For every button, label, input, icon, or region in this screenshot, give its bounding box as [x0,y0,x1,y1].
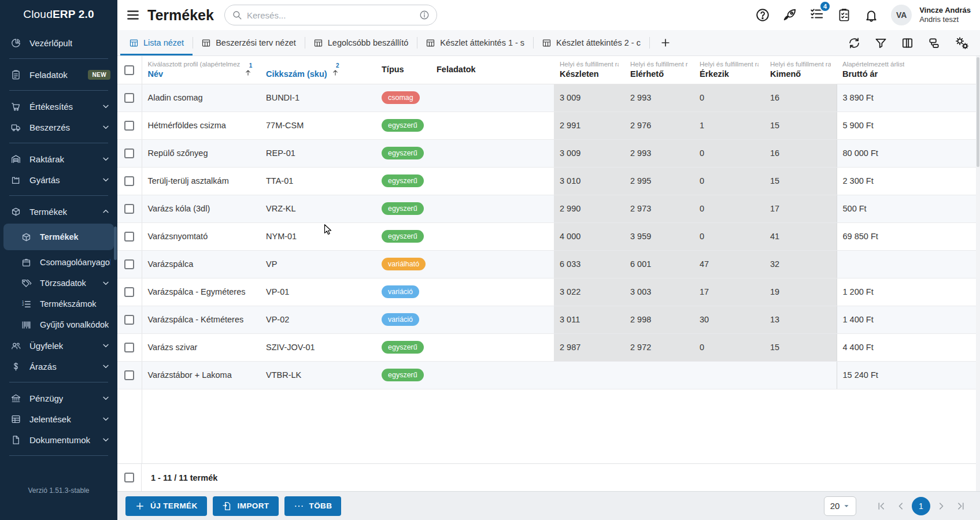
product-name-cell[interactable]: Varázspálca - Kétméteres [142,306,260,333]
vertical-scrollbar[interactable] [976,56,980,491]
table-row[interactable]: Varázspálca - KétméteresVP-02variáció3 0… [117,306,976,333]
sidebar-item-ugyfelek[interactable]: Ügyfelek [0,335,117,356]
column-header-keszleten[interactable]: Helyi és fulfillment ralKészleten [554,56,624,84]
table-row[interactable]: Varázspálca - EgyméteresVP-01variáció3 0… [117,278,976,306]
table-row[interactable]: Repülő szőnyegREP-01egyszerű3 0092 99301… [117,139,976,167]
task-list-button[interactable]: 4 [809,6,824,24]
tab-keszlet-attekintes-2[interactable]: Készlet áttekintés 2 - c [533,30,649,55]
notifications-bell-icon[interactable] [864,8,879,23]
table-row[interactable]: Varázs szivarSZIV-JOV-01egyszerű2 9872 9… [117,333,976,361]
table-row[interactable]: Terülj-terülj asztalkámTTA-01egyszerű3 0… [117,167,976,195]
column-header-elerheto[interactable]: Helyi és fulfillment ralElérhető [624,56,694,84]
select-all-checkbox[interactable] [124,473,134,482]
row-checkbox[interactable] [124,148,134,158]
tab-lista-nezet[interactable]: Lista nézet [120,30,193,55]
column-header-feladatok[interactable]: Feladatok [431,56,554,84]
row-checkbox[interactable] [124,259,134,269]
table-row[interactable]: Hétmérföldes csizma77M-CSMegyszerű2 9912… [117,112,976,139]
group-layout-icon[interactable] [927,36,941,50]
page-size-select[interactable]: 20 [824,496,856,516]
caret-down-icon [843,503,850,510]
sidebar-item-gyujto-vonalkodok[interactable]: Gyűjtő vonalkódok [0,314,117,335]
sidebar-item-vezerlopult[interactable]: Vezérlőpult [0,32,117,53]
select-all-checkbox[interactable] [124,65,134,75]
sidebar-item-csomagoloanyagok[interactable]: Csomagolóanyagok [0,252,117,273]
product-name-cell[interactable]: Varázspálca - Egyméteres [142,278,260,306]
rocket-icon[interactable] [782,8,797,23]
product-name-cell[interactable]: Varázs szivar [142,333,260,361]
column-header-tipus[interactable]: Típus [376,56,431,84]
column-header-nev[interactable]: Kiválasztott profil (alapértelmezNév1 [142,56,260,84]
sidebar-item-feladatok[interactable]: FeladatokNEW [0,64,117,85]
add-view-button[interactable] [649,30,682,55]
user-info[interactable]: Vincze András Andris teszt [919,6,971,25]
column-header-kimeno[interactable]: Helyi és fulfillment ralKimenő [764,56,837,84]
product-name-cell[interactable]: Varázsnyomtató [142,222,260,250]
sidebar-item-raktarak[interactable]: Raktárak [0,148,117,169]
tab-legolcsobb-beszallito[interactable]: Legolcsóbb beszállító [305,30,417,55]
row-checkbox[interactable] [124,370,134,380]
row-checkbox[interactable] [124,232,134,242]
row-checkbox[interactable] [124,287,134,297]
sidebar-item-arazas[interactable]: Árazás [0,356,117,377]
sidebar-item-jelentesek[interactable]: Jelentések [0,408,117,429]
table-row[interactable]: Aladin csomagBUNDI-1csomag3 0092 9930163… [117,84,976,112]
user-avatar[interactable]: VA [891,5,912,25]
prev-page-button[interactable] [891,496,911,516]
sidebar-item-termekszamok[interactable]: 12Termékszámok [0,294,117,314]
sidebar-item-torzsadatok[interactable]: Törzsadatok [0,273,117,294]
product-name-cell[interactable]: Varázs kóla (3dl) [142,195,260,222]
column-header-erkezik[interactable]: Helyi és fulfillment ralÉrkezik [694,56,764,84]
row-checkbox[interactable] [124,343,134,352]
sidebar-item-penzugy[interactable]: Pénzügy [0,388,117,408]
table-row[interactable]: Varázs kóla (3dl)VRZ-KLegyszerű2 9902 97… [117,195,976,222]
product-name-cell[interactable]: Varázstábor + Lakoma [142,361,260,389]
clipboard-icon[interactable] [837,8,852,23]
product-name-cell[interactable]: Aladin csomag [142,84,260,112]
search-box[interactable] [224,5,437,25]
last-page-button[interactable] [951,496,971,516]
sidebar-item-dokumentumok[interactable]: Dokumentumok [0,429,117,450]
table-row[interactable]: VarázspálcaVPvariálható6 0336 0014732 [117,250,976,278]
header-checkbox-cell [117,56,142,84]
sidebar-item-termekek[interactable]: Termékek [0,201,117,222]
product-name-cell[interactable]: Repülő szőnyeg [142,139,260,167]
row-checkbox[interactable] [124,315,134,325]
sidebar-item-termekek-lista[interactable]: Termékek [3,224,114,250]
table-row[interactable]: Varázstábor + LakomaVTBR-LKegyszerű15 24… [117,361,976,389]
sidebar-item-beszerzes[interactable]: Beszerzés [0,117,117,138]
new-product-button[interactable]: ÚJ TERMÉK [125,496,207,516]
scrollbar-thumb[interactable] [977,57,979,167]
next-page-button[interactable] [931,496,951,516]
row-checkbox[interactable] [124,121,134,131]
menu-icon[interactable] [125,8,140,23]
sidebar-item-gyartas[interactable]: Gyártás [0,169,117,190]
plus-icon [135,501,145,511]
import-button[interactable]: IMPORT [213,496,279,516]
more-button[interactable]: TÖBB [284,496,342,516]
search-input[interactable] [247,10,415,20]
product-name-cell[interactable]: Hétmérföldes csizma [142,112,260,139]
column-header-brutto-ar[interactable]: Alapértelmezett árlistBruttó ár [837,56,976,84]
product-name-cell[interactable]: Terülj-terülj asztalkám [142,167,260,195]
tab-beszerzesi-terv-nezet[interactable]: Beszerzési terv nézet [193,30,305,55]
refresh-icon[interactable] [848,36,861,50]
row-checkbox[interactable] [124,204,134,214]
sort-indicator[interactable]: 2 [331,63,339,77]
table-row[interactable]: VarázsnyomtatóNYM-01egyszerű4 0003 95904… [117,222,976,250]
first-page-button[interactable] [871,496,891,516]
filter-icon[interactable] [874,36,887,50]
sort-indicator[interactable]: 1 [244,63,252,77]
row-checkbox[interactable] [124,176,134,186]
row-checkbox[interactable] [124,93,134,103]
columns-icon[interactable] [901,36,914,50]
tab-keszlet-attekintes-1[interactable]: Készlet áttekintés 1 - s [417,30,533,55]
help-icon[interactable] [755,8,770,23]
search-info-icon[interactable] [419,10,430,20]
settings-gears-icon[interactable] [954,35,970,51]
column-header-cikkszam[interactable]: Cikkszám (sku)2 [260,56,376,84]
product-name-cell[interactable]: Varázspálca [142,250,260,278]
sidebar-item-ertekesites[interactable]: Értékesítés [0,96,117,117]
current-page-button[interactable]: 1 [912,497,930,515]
sidebar-scrollbar-thumb[interactable] [114,226,117,260]
